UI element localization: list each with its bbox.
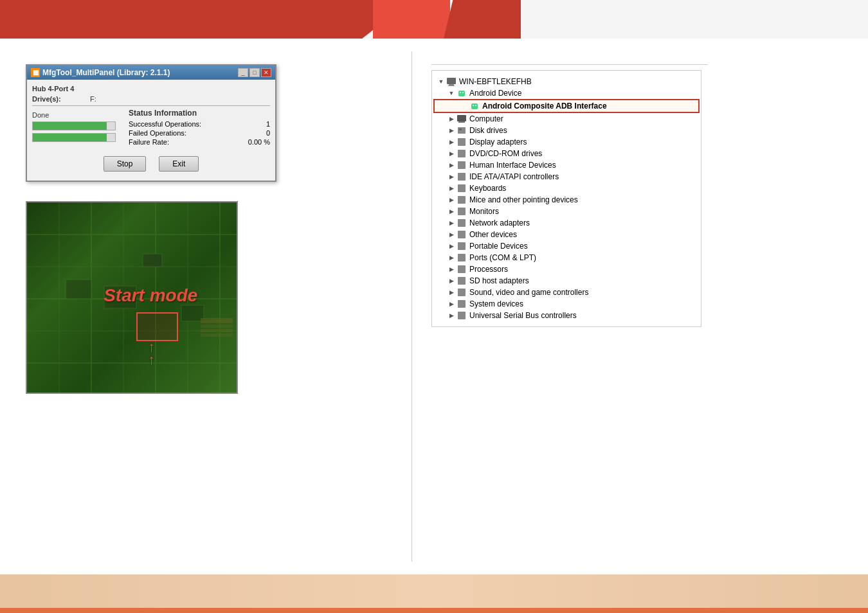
right-panel: ▼WIN-EBFTLEKEFHB▼Android DeviceAndroid C…: [412, 39, 868, 574]
dm-item-usb[interactable]: ▶Universal Serial Bus controllers: [432, 310, 701, 321]
main-content: ▦ MfgTool_MultiPanel (Library: 2.1.1) _ …: [0, 39, 868, 574]
svg-point-24: [462, 92, 464, 93]
dm-chevron-sound[interactable]: ▶: [448, 288, 455, 297]
dm-icon-mice: [457, 195, 467, 205]
svg-rect-16: [201, 324, 233, 328]
svg-rect-43: [458, 265, 466, 273]
dm-item-sd[interactable]: ▶SD host adapters: [432, 275, 701, 287]
dm-chevron-other[interactable]: ▶: [448, 230, 455, 239]
dm-label-portable: Portable Devices: [469, 242, 528, 251]
dm-chevron-computer[interactable]: ▶: [448, 114, 455, 123]
dm-chevron-usb[interactable]: ▶: [448, 311, 455, 320]
dm-chevron-display[interactable]: ▶: [448, 138, 455, 147]
dm-chevron-disk[interactable]: ▶: [448, 126, 455, 135]
svg-rect-17: [201, 329, 233, 332]
dm-item-sound[interactable]: ▶Sound, video and game controllers: [432, 287, 701, 298]
dm-icon-display: [457, 137, 467, 147]
left-panel: ▦ MfgTool_MultiPanel (Library: 2.1.1) _ …: [0, 39, 411, 574]
dm-item-adb[interactable]: Android Composite ADB Interface: [433, 99, 700, 113]
dm-chevron-network[interactable]: ▶: [448, 218, 455, 227]
mfgtool-titlebar: ▦ MfgTool_MultiPanel (Library: 2.1.1) _ …: [27, 66, 275, 80]
svg-rect-46: [458, 300, 466, 308]
failed-value: 0: [266, 129, 270, 137]
dm-chevron-system[interactable]: ▶: [448, 299, 455, 308]
dm-item-ide[interactable]: ▶IDE ATA/ATAPI controllers: [432, 171, 701, 182]
dm-chevron-ide[interactable]: ▶: [448, 172, 455, 181]
dm-item-disk[interactable]: ▶Disk drives: [432, 125, 701, 136]
top-bar-right: [444, 0, 521, 39]
close-button[interactable]: ✕: [261, 68, 271, 77]
svg-rect-20: [449, 84, 454, 85]
dm-label-mice: Mice and other pointing devices: [469, 195, 578, 204]
dm-item-monitors[interactable]: ▶Monitors: [432, 206, 701, 217]
svg-rect-32: [458, 138, 466, 146]
dm-item-root[interactable]: ▼WIN-EBFTLEKEFHB: [432, 76, 701, 87]
dm-label-usb: Universal Serial Bus controllers: [469, 311, 577, 320]
dm-item-computer[interactable]: ▶Computer: [432, 113, 701, 125]
dm-chevron-portable[interactable]: ▶: [448, 242, 455, 251]
dm-chevron-processors[interactable]: ▶: [448, 265, 455, 274]
dm-label-hid: Human Interface Devices: [469, 161, 556, 170]
dm-item-mice[interactable]: ▶Mice and other pointing devices: [432, 194, 701, 206]
dm-item-ports[interactable]: ▶Ports (COM & LPT): [432, 252, 701, 263]
dm-icon-android: [457, 88, 467, 98]
dm-top-line: [431, 64, 708, 65]
dm-chevron-android[interactable]: ▼: [448, 89, 455, 98]
svg-rect-34: [458, 161, 466, 169]
dm-label-processors: Processors: [469, 265, 508, 274]
svg-rect-35: [458, 173, 466, 181]
dm-chevron-sd[interactable]: ▶: [448, 276, 455, 285]
hub-row: Hub 4-Port 4: [32, 85, 270, 93]
dm-item-network[interactable]: ▶Network adapters: [432, 217, 701, 229]
dm-icon-disk: [457, 125, 467, 136]
dm-chevron-adb[interactable]: [460, 102, 468, 111]
bottom-bar-accent: [0, 608, 868, 613]
progress-bar-1: [32, 121, 116, 130]
dm-icon-sd: [457, 276, 467, 286]
dm-item-system[interactable]: ▶System devices: [432, 298, 701, 310]
dm-label-other: Other devices: [469, 230, 517, 239]
dm-item-dvd[interactable]: ▶DVD/CD-ROM drives: [432, 148, 701, 159]
svg-rect-42: [458, 254, 466, 262]
svg-rect-45: [458, 289, 466, 296]
exit-button[interactable]: Exit: [159, 156, 199, 172]
dm-chevron-dvd[interactable]: ▶: [448, 149, 455, 158]
dm-chevron-hid[interactable]: ▶: [448, 161, 455, 170]
svg-rect-36: [458, 184, 466, 192]
dm-chevron-ports[interactable]: ▶: [448, 253, 455, 262]
dm-chevron-monitors[interactable]: ▶: [448, 207, 455, 216]
dm-icon-dvd: [457, 148, 467, 159]
dm-label-disk: Disk drives: [469, 126, 507, 135]
dm-label-ide: IDE ATA/ATAPI controllers: [469, 172, 559, 181]
failed-label: Failed Operations:: [129, 129, 186, 137]
dm-item-hid[interactable]: ▶Human Interface Devices: [432, 159, 701, 171]
dm-item-processors[interactable]: ▶Processors: [432, 263, 701, 275]
dm-chevron-keyboard[interactable]: ▶: [448, 184, 455, 193]
top-bar-center: [373, 0, 450, 39]
dm-item-other[interactable]: ▶Other devices: [432, 229, 701, 240]
dm-label-network: Network adapters: [469, 218, 530, 227]
minimize-button[interactable]: _: [238, 68, 248, 77]
drive-value: F:: [90, 95, 96, 103]
restore-button[interactable]: □: [249, 68, 260, 77]
dm-icon-other: [457, 229, 467, 240]
svg-rect-11: [66, 280, 91, 299]
top-bar: [0, 0, 868, 39]
dm-chevron-root[interactable]: ▼: [437, 77, 445, 86]
successful-label: Successful Operations:: [129, 120, 201, 128]
dm-label-adb: Android Composite ADB Interface: [482, 102, 607, 111]
dm-chevron-mice[interactable]: ▶: [448, 195, 455, 204]
done-label: Done: [32, 111, 122, 119]
svg-rect-39: [458, 219, 466, 227]
dm-item-display[interactable]: ▶Display adapters: [432, 136, 701, 148]
stop-button[interactable]: Stop: [104, 156, 147, 172]
mfgtool-two-col: Done Status Information Successful Opera…: [32, 109, 270, 147]
dm-item-android[interactable]: ▼Android Device: [432, 87, 701, 99]
dm-item-keyboard[interactable]: ▶Keyboards: [432, 182, 701, 194]
top-bar-left: [0, 0, 411, 39]
dm-item-portable[interactable]: ▶Portable Devices: [432, 240, 701, 252]
dm-icon-sound: [457, 287, 467, 298]
svg-rect-14: [181, 305, 204, 321]
dm-icon-ide: [457, 172, 467, 182]
board-image: ↑ ↑ Start mode: [26, 201, 238, 394]
